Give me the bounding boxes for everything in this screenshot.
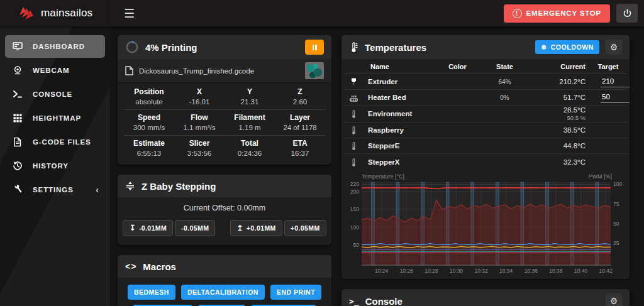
- power-button[interactable]: [616, 4, 638, 23]
- stat-label: Layer: [275, 113, 325, 122]
- column-header-state: State: [481, 63, 528, 70]
- sidebar-item-webcam[interactable]: WEBCAM: [5, 59, 105, 82]
- cooldown-label: COOLDOWN: [551, 43, 594, 51]
- svg-text:10:28: 10:28: [425, 268, 438, 274]
- print-stats-table: PositionabsoluteX-16.01Y21.31Z2.60Speed3…: [118, 83, 331, 165]
- file-icon: [125, 66, 133, 75]
- macros-header: <> Macros: [118, 255, 331, 278]
- temperatures-card: Temperatures ❄ COOLDOWN ⚙ NameColorState…: [341, 35, 630, 279]
- emergency-stop-label: EMERGENCY STOP: [526, 9, 601, 17]
- cooldown-button[interactable]: ❄ COOLDOWN: [535, 40, 599, 54]
- svg-text:100: 100: [350, 224, 359, 231]
- gcode-thumbnail: [305, 62, 324, 79]
- sidebar-item-heightmap[interactable]: HEIGHTMAP: [5, 107, 105, 129]
- sidebar-item-g-code-files[interactable]: G-CODE FILES: [5, 131, 105, 153]
- temp-row-heater-bed[interactable]: Heater Bed0%51.7°C50▼: [344, 90, 627, 106]
- stat-z: Z2.60: [275, 87, 325, 106]
- sensor-state: 64%: [481, 79, 528, 85]
- print-status-header: 4% Printing: [118, 35, 331, 59]
- svg-text:200: 200: [350, 189, 359, 195]
- sensor-current: 210.2°C: [528, 77, 594, 86]
- snowflake-icon: ❄: [541, 43, 547, 51]
- temperature-history-plot[interactable]: 2202001501005010075502510:2410:2610:2810…: [345, 180, 626, 275]
- sidebar-item-label: DASHBOARD: [33, 43, 85, 50]
- babystep-button-005mm[interactable]: +0.05MM: [284, 220, 326, 236]
- console-card: >_ Console ⚙: [341, 289, 630, 306]
- sidebar-item-label: HEIGHTMAP: [33, 114, 81, 122]
- z-babystep-title: Z Baby Stepping: [142, 181, 216, 192]
- pause-button[interactable]: [305, 40, 324, 55]
- svg-text:50: 50: [353, 242, 360, 248]
- macros-card: <> Macros BEDMESHDELTACALIBRATIONEND PRI…: [118, 255, 331, 306]
- stat-value: 1.19 m: [225, 124, 275, 131]
- sensor-state: 0%: [481, 94, 528, 101]
- thermo-icon: [349, 126, 368, 134]
- right-column: Temperatures ❄ COOLDOWN ⚙ NameColorState…: [341, 35, 630, 306]
- current-offset-text: Current Offset: 0.00mm: [124, 204, 325, 212]
- stat-value: 16:37: [275, 150, 325, 157]
- sidebar-item-settings[interactable]: SETTINGS‹: [5, 178, 105, 201]
- macro-button-deltacalibration[interactable]: DELTACALIBRATION: [181, 285, 265, 300]
- babystep-button-label: -0.05MM: [181, 224, 209, 232]
- emergency-stop-button[interactable]: ! EMERGENCY STOP: [504, 4, 610, 23]
- webcam-icon: [11, 65, 24, 75]
- z-babystep-icon: [125, 181, 135, 191]
- collapse-sidebar-icon[interactable]: ‹: [96, 185, 99, 195]
- babystep-button-001mm[interactable]: ↧-0.01MM: [123, 220, 173, 236]
- temp-row-stepperx[interactable]: StepperX32.3°C: [344, 154, 627, 170]
- menu-hamburger-icon[interactable]: ☰: [124, 6, 135, 21]
- sensor-target: 210▼: [594, 76, 630, 87]
- sidebar-item-label: WEBCAM: [33, 67, 69, 74]
- current-value: 38.5°C: [528, 126, 586, 134]
- macro-button-bedmesh[interactable]: BEDMESH: [128, 285, 175, 300]
- stat-total: Total0:24:36: [225, 139, 275, 157]
- settings-icon: [11, 185, 24, 195]
- stat-y: Y21.31: [225, 87, 275, 106]
- stat-label: Slicer: [174, 139, 225, 148]
- temp-row-raspberry[interactable]: Raspberry38.5°C: [344, 123, 627, 138]
- print-status-title: 4% Printing: [145, 42, 197, 53]
- sensor-name: Extruder: [368, 78, 434, 85]
- gear-icon: ⚙: [610, 42, 618, 52]
- babystep-button-label: +0.05MM: [291, 224, 320, 232]
- stat-value: 1.1 mm³/s: [174, 124, 225, 131]
- svg-text:150: 150: [350, 206, 359, 212]
- temperatures-settings-button[interactable]: ⚙: [606, 40, 622, 55]
- babystep-group: ↥+0.01MM+0.05MM: [230, 220, 326, 236]
- stat-eta: ETA16:37: [275, 139, 325, 157]
- svg-text:10:34: 10:34: [499, 268, 513, 274]
- macro-button-end-print[interactable]: END PRINT: [270, 285, 321, 300]
- babystep-button-005mm[interactable]: -0.05MM: [175, 220, 215, 236]
- stat-value: 6:55:13: [124, 150, 174, 157]
- sensor-current: 44.8°C: [528, 141, 594, 150]
- sensor-name: Environment: [368, 110, 434, 117]
- heightmap-icon: [11, 113, 24, 123]
- stat-layer: Layer24 of 1178: [275, 113, 325, 131]
- stat-value: -16.01: [174, 98, 225, 106]
- sidebar-item-history[interactable]: HISTORY: [5, 155, 105, 177]
- svg-text:10:30: 10:30: [450, 268, 464, 274]
- print-progress-ring: [125, 40, 139, 54]
- svg-text:75: 75: [613, 201, 619, 207]
- thermo-icon: [349, 109, 368, 118]
- console-settings-button[interactable]: ⚙: [606, 293, 622, 306]
- target-input[interactable]: 210▼: [601, 76, 630, 87]
- target-input[interactable]: 50▼: [601, 92, 630, 103]
- logo-area: mainsailos: [0, 0, 110, 26]
- column-header-target: Target: [594, 63, 622, 70]
- current-value: 210.2°C: [528, 77, 586, 86]
- babystep-button-001mm[interactable]: ↥+0.01MM: [230, 220, 282, 236]
- temp-row-steppere[interactable]: StepperE44.8°C: [344, 138, 627, 154]
- sidebar-item-dashboard[interactable]: DASHBOARD: [5, 35, 105, 58]
- sidebar-item-console[interactable]: CONSOLE: [5, 83, 105, 106]
- nozzle-icon: [349, 77, 368, 86]
- current-file-row[interactable]: Dickosaurus_Trump_finished.gcode: [118, 59, 331, 83]
- temp-row-environment[interactable]: Environment28.5°C50.5 %: [344, 106, 627, 123]
- svg-text:100: 100: [613, 182, 622, 188]
- gear-icon: ⚙: [610, 296, 618, 306]
- sensor-name: Heater Bed: [368, 94, 434, 101]
- column-header-current: Current: [528, 63, 594, 70]
- stat-value: 300 mm/s: [124, 124, 174, 131]
- temp-row-extruder[interactable]: Extruder64%210.2°C210▼: [344, 74, 627, 90]
- sensor-name: StepperX: [368, 158, 434, 166]
